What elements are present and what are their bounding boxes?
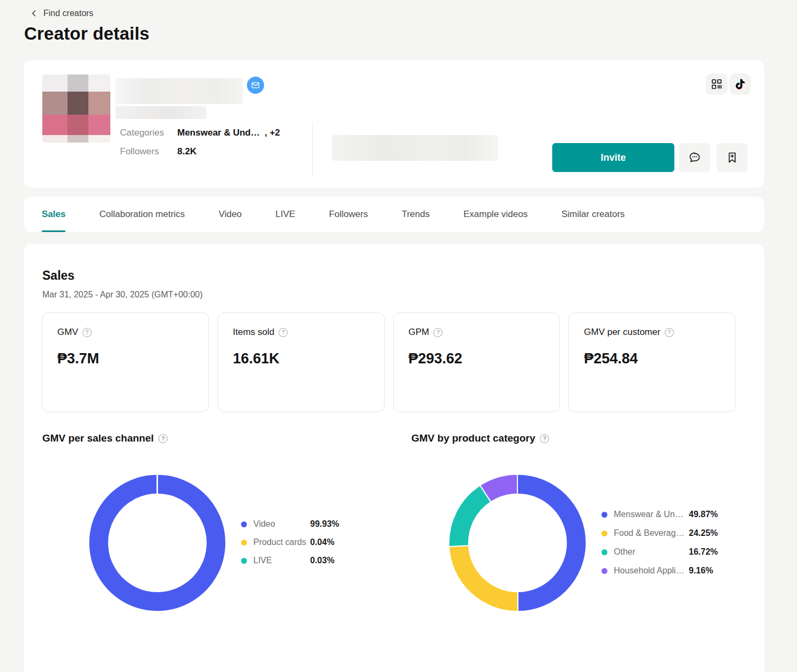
legend-value: 9.16% — [689, 566, 713, 576]
legend-label: Other — [614, 547, 688, 557]
creator-stats: Categories Menswear & Und… , +2 Follower… — [120, 128, 280, 157]
gmv-per-customer-label: GMV per customer — [584, 327, 660, 338]
tab-video[interactable]: Video — [219, 197, 242, 232]
legend-item: Household Appli…9.16% — [601, 564, 718, 577]
items-sold-help-icon[interactable]: ? — [279, 328, 288, 337]
vertical-divider — [312, 122, 313, 175]
tab-example-videos[interactable]: Example videos — [463, 197, 528, 232]
gmv-help-icon[interactable]: ? — [82, 328, 92, 337]
legend-label: Product cards — [253, 537, 309, 547]
gmv-value: ₱3.7M — [57, 350, 193, 367]
legend-dot-icon — [601, 568, 607, 574]
followers-value: 8.2K — [177, 146, 197, 157]
legend-value: 16.72% — [689, 547, 718, 557]
redacted-creator-name — [115, 78, 243, 104]
legend-label: Video — [253, 519, 309, 529]
metric-cards: GMV ? ₱3.7M Items sold ? 16.61K GPM ? ₱2… — [42, 312, 735, 412]
tiktok-icon — [734, 78, 746, 90]
chat-bubble-icon — [688, 151, 701, 164]
followers-row: Followers 8.2K — [120, 146, 280, 157]
legend-value: 49.87% — [689, 510, 718, 519]
legend-value: 0.04% — [310, 537, 334, 547]
avatar-pixel — [42, 74, 67, 92]
tab-similar-creators[interactable]: Similar creators — [561, 197, 625, 232]
donut-segment-Menswear & Un… — [517, 474, 587, 611]
avatar-pixel — [88, 92, 110, 115]
bookmark-add-icon — [726, 151, 739, 164]
avatar-pixel — [67, 74, 88, 92]
date-range: Mar 31, 2025 - Apr 30, 2025 (GMT+00:00) — [42, 290, 202, 300]
legend-product-category: Menswear & Un…49.87%Food & Beverag…24.25… — [601, 508, 718, 583]
avatar-pixel — [88, 115, 110, 135]
legend-item: Product cards0.04% — [241, 536, 339, 549]
legend-label: Menswear & Un… — [614, 510, 688, 519]
bookmark-add-button[interactable] — [717, 143, 748, 172]
metric-card-items-sold: Items sold ? 16.61K — [217, 312, 385, 412]
legend-value: 0.03% — [310, 556, 334, 565]
tab-trends[interactable]: Trends — [402, 197, 430, 232]
gpm-label: GPM — [409, 327, 430, 338]
back-chevron-icon — [30, 9, 39, 18]
qr-code-button[interactable] — [706, 73, 727, 95]
categories-row: Categories Menswear & Und… , +2 — [120, 128, 280, 138]
legend-dot-icon — [241, 521, 247, 527]
tab-collaboration-metrics[interactable]: Collaboration metrics — [99, 197, 185, 232]
tab-followers[interactable]: Followers — [329, 197, 368, 232]
chart-title-sales-channel: GMV per sales channel ? — [42, 432, 168, 444]
sales-section-title: Sales — [42, 268, 74, 283]
categories-value: Menswear & Und… — [177, 128, 260, 138]
avatar — [42, 74, 110, 143]
gmv-label: GMV — [57, 327, 78, 338]
categories-label: Categories — [120, 128, 177, 138]
gmv-per-customer-help-icon[interactable]: ? — [665, 328, 674, 337]
redacted-info-block — [332, 135, 498, 161]
legend-sales-channel: Video99.93%Product cards0.04%LIVE0.03% — [241, 518, 339, 572]
invite-button[interactable]: Invite — [552, 143, 674, 172]
legend-dot-icon — [601, 531, 607, 536]
legend-value: 24.25% — [689, 528, 718, 538]
categories-more-count[interactable]: , +2 — [265, 128, 280, 138]
donut-segment-Video — [89, 474, 226, 611]
donut-chart-sales-channel — [88, 473, 227, 613]
legend-dot-icon — [241, 540, 247, 546]
avatar-pixel — [88, 135, 110, 143]
chat-button[interactable] — [679, 143, 710, 172]
page-title: Creator details — [24, 24, 149, 44]
metric-card-gmv: GMV ? ₱3.7M — [42, 312, 209, 412]
mail-icon[interactable] — [247, 77, 264, 94]
legend-dot-icon — [601, 549, 607, 555]
legend-item: Food & Beverag…24.25% — [601, 527, 718, 540]
avatar-pixel — [42, 92, 67, 115]
gpm-value: ₱293.62 — [409, 350, 545, 367]
sales-channel-help-icon[interactable]: ? — [159, 434, 168, 443]
legend-item: Video99.93% — [241, 518, 339, 531]
gmv-per-customer-value: ₱254.84 — [584, 350, 720, 367]
legend-label: Household Appli… — [614, 566, 688, 576]
legend-value: 99.93% — [310, 519, 339, 529]
tab-live[interactable]: LIVE — [275, 197, 295, 232]
creator-summary-card: Categories Menswear & Und… , +2 Follower… — [24, 60, 764, 188]
qr-code-icon — [711, 78, 723, 90]
gpm-help-icon[interactable]: ? — [433, 328, 442, 337]
legend-item: Other16.72% — [601, 546, 718, 558]
metric-card-gmv-per-customer: GMV per customer ? ₱254.84 — [568, 312, 735, 412]
tiktok-profile-button[interactable] — [730, 73, 751, 95]
tab-bar: Sales Collaboration metrics Video LIVE F… — [24, 197, 764, 232]
tab-sales[interactable]: Sales — [42, 197, 65, 232]
items-sold-label: Items sold — [233, 327, 274, 338]
breadcrumb[interactable]: Find creators — [30, 9, 93, 18]
legend-item: LIVE0.03% — [241, 554, 339, 567]
metric-card-gpm: GPM ? ₱293.62 — [393, 312, 560, 412]
avatar-pixel — [88, 74, 110, 92]
legend-item: Menswear & Un…49.87% — [601, 508, 718, 521]
product-category-help-icon[interactable]: ? — [540, 434, 549, 443]
legend-label: Food & Beverag… — [614, 528, 688, 538]
donut-chart-product-category — [448, 473, 587, 613]
avatar-pixel — [67, 135, 88, 143]
legend-dot-icon — [601, 512, 607, 518]
sales-panel: Sales Mar 31, 2025 - Apr 30, 2025 (GMT+0… — [24, 244, 764, 672]
chart-title-product-category: GMV by product category ? — [411, 432, 549, 444]
legend-dot-icon — [241, 558, 247, 564]
avatar-pixel — [42, 115, 67, 135]
avatar-pixel — [42, 135, 67, 143]
